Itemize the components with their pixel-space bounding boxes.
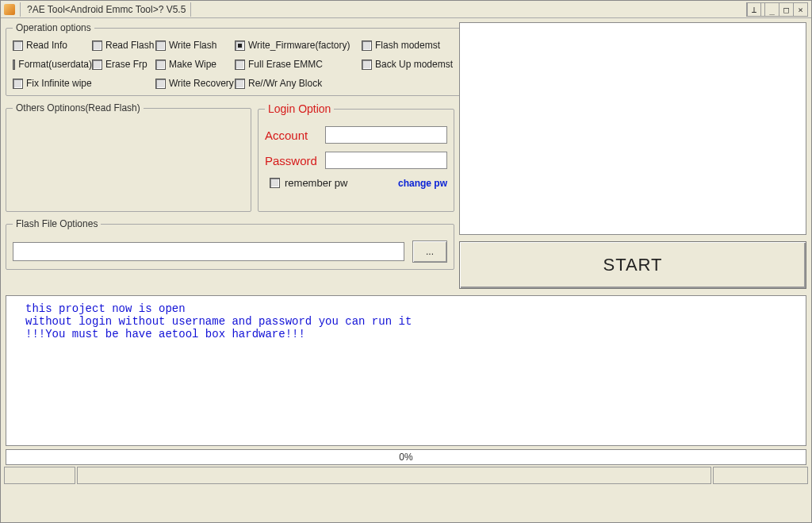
- close-button[interactable]: ×: [793, 3, 807, 16]
- spacer: [92, 83, 93, 84]
- rewr-any-block-option[interactable]: Re//Wr Any Block: [235, 78, 362, 89]
- log-output: this project now is open without login w…: [6, 295, 806, 446]
- separator-icon: [20, 2, 21, 17]
- read-info-option[interactable]: Read Info: [13, 40, 92, 51]
- browse-button[interactable]: ...: [412, 240, 447, 263]
- help-icon[interactable]: ⊥: [747, 3, 761, 16]
- checkbox-icon: [13, 60, 15, 70]
- account-input[interactable]: [325, 126, 447, 144]
- read-flash-option[interactable]: Read Flash: [92, 40, 155, 51]
- erase-frp-option[interactable]: Erase Frp: [92, 59, 155, 70]
- checkbox-icon: [235, 60, 245, 70]
- backup-modemst-option[interactable]: Back Up modemst: [362, 59, 457, 70]
- spacer: [362, 83, 362, 84]
- write-flash-option[interactable]: Write Flash: [155, 40, 235, 51]
- checkbox-icon: [13, 79, 23, 89]
- checkbox-icon: [155, 40, 166, 51]
- flash-path-input[interactable]: [13, 242, 404, 261]
- write-firmware-option[interactable]: Write_Firmware(factory): [235, 40, 362, 51]
- write-recovery-option[interactable]: Write Recovery: [155, 78, 235, 89]
- login-legend: Login Option: [265, 102, 334, 115]
- others-legend: Others Optinons(Read Flash): [13, 102, 144, 113]
- checkbox-icon: [13, 40, 23, 51]
- status-cell: [713, 467, 808, 484]
- fix-infinite-wipe-option[interactable]: Fix Infinite wipe: [13, 78, 92, 89]
- checkbox-icon: [92, 40, 102, 51]
- checkbox-icon: [155, 79, 166, 89]
- account-label: Account: [265, 129, 325, 142]
- separator-icon: [190, 2, 191, 17]
- full-erase-emmc-option[interactable]: Full Erase EMMC: [235, 59, 362, 70]
- minimize-button[interactable]: _: [764, 3, 779, 16]
- make-wipe-option[interactable]: Make Wipe: [155, 59, 235, 70]
- status-cell: [4, 467, 75, 484]
- password-input[interactable]: [325, 152, 447, 169]
- checkbox-icon: [362, 40, 372, 51]
- window-title: ?AE Tool<Android Emmc Tool>? V5.5: [27, 4, 186, 15]
- status-cell: [77, 467, 711, 484]
- checkbox-icon: [92, 60, 102, 70]
- radio-icon: [235, 40, 245, 51]
- start-button[interactable]: START: [459, 241, 806, 289]
- checkbox-icon: [235, 79, 245, 89]
- operation-options-group: Operation options Read Info Read Flash W…: [6, 22, 464, 96]
- checkbox-icon: [270, 178, 280, 188]
- status-bar: [4, 467, 808, 484]
- remember-pw-checkbox[interactable]: remember pw: [270, 177, 347, 189]
- flash-file-group: Flash File Optiones ...: [6, 218, 454, 270]
- flash-legend: Flash File Optiones: [13, 218, 101, 229]
- progress-bar: 0%: [6, 449, 806, 465]
- format-userdata-option[interactable]: Format(userdata): [13, 59, 92, 70]
- progress-text: 0%: [399, 452, 412, 463]
- checkbox-icon: [155, 60, 166, 70]
- checkbox-icon: [362, 60, 372, 70]
- others-options-group: Others Optinons(Read Flash): [6, 102, 251, 212]
- operation-legend: Operation options: [13, 22, 94, 33]
- output-panel: [459, 22, 806, 235]
- password-label: Password: [265, 154, 325, 167]
- flash-modemst-option[interactable]: Flash modemst: [362, 40, 457, 51]
- window-buttons: ⊥ _ □ ×: [746, 2, 808, 17]
- title-bar: ?AE Tool<Android Emmc Tool>? V5.5 ⊥ _ □ …: [1, 1, 811, 18]
- maximize-button[interactable]: □: [779, 3, 793, 16]
- app-icon: [4, 4, 15, 15]
- login-option-group: Login Option Account Password remember p…: [258, 102, 454, 212]
- change-pw-link[interactable]: change pw: [398, 178, 447, 189]
